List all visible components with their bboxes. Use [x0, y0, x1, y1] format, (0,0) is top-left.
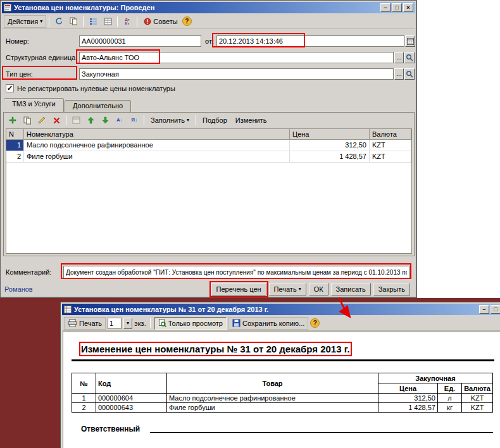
tips-button[interactable]: Советы — [140, 15, 181, 28]
price-cell: 312,50 — [378, 394, 438, 403]
price-type-choose-button[interactable]: ... — [394, 68, 404, 80]
ok-button[interactable]: ОК — [309, 283, 328, 296]
price-cell[interactable]: 1 428,57 — [290, 151, 370, 163]
copy-document-button[interactable] — [66, 15, 80, 28]
posting-dtkt-button[interactable]: Дт Кт — [120, 15, 134, 28]
screen: Установка цен номенклатуры: Проведен – □… — [0, 0, 500, 448]
maximize-icon[interactable]: □ — [392, 3, 402, 12]
pick-button[interactable]: Подбор — [199, 114, 231, 127]
calendar-icon — [407, 38, 414, 45]
copies-input[interactable] — [108, 318, 122, 329]
copy-icon — [70, 17, 78, 25]
spreadsheet-document: Изменение цен номенклатуры № 31 от 20 де… — [63, 332, 500, 448]
finish-edit-button[interactable] — [69, 114, 83, 127]
author-name: Романов — [4, 285, 33, 293]
save-copy-label: Сохранить копию... — [242, 320, 304, 327]
save-copy-button[interactable]: Сохранить копию... — [228, 317, 308, 330]
grid-toolbar: А↓ Я↓ Заполнить ▾ Подбор Изменить — [6, 113, 270, 127]
price-type-label: Тип цен: — [6, 70, 33, 78]
fill-menu-button[interactable]: Заполнить ▾ — [147, 114, 193, 127]
comment-input[interactable] — [63, 266, 409, 278]
price-change-table: № Код Товар Закупочная Цена Ед. Валюта 1… — [72, 373, 493, 413]
price-cell: 1 428,57 — [378, 403, 438, 413]
finish-edit-icon — [72, 116, 80, 124]
toolbar-separator — [196, 115, 196, 125]
print-window-title: Установка цен номенклатуры № 31 от 20 де… — [74, 306, 477, 313]
grid-row[interactable]: 2 Филе горбуши 1 428,57 KZT — [6, 151, 411, 163]
column-header-nomenclature[interactable]: Номенклатура — [24, 129, 290, 140]
print-menu-button[interactable]: Печать ▾ — [269, 283, 306, 296]
tab-additional[interactable]: Дополнительно — [65, 100, 131, 112]
dropdown-arrow-icon: ▾ — [299, 287, 301, 292]
title-underline — [72, 359, 494, 361]
price-cell[interactable]: 312,50 — [290, 140, 370, 151]
price-list-button[interactable]: Перечень цен — [211, 283, 266, 296]
actions-menu-button[interactable]: Действия ▾ — [4, 15, 46, 28]
code-cell: 000000643 — [96, 403, 167, 413]
sort-descending-button[interactable]: Я↓ — [127, 114, 141, 127]
calendar-button[interactable] — [405, 35, 415, 47]
print-button[interactable]: Печать — [64, 317, 106, 330]
skip-zero-prices-checkbox[interactable]: ✓ — [6, 84, 14, 92]
unit-choose-button[interactable]: ... — [394, 52, 404, 63]
maximize-icon[interactable]: □ — [491, 305, 500, 314]
number-input[interactable] — [79, 35, 201, 47]
print-document-title: Изменение цен номенклатуры № 31 от 20 де… — [81, 344, 350, 354]
responsible-signature-line — [150, 423, 493, 433]
help-icon[interactable]: ? — [310, 318, 320, 328]
items-grid: N Номенклатура Цена Валюта 1 Масло подсо… — [6, 128, 412, 254]
toolbar-separator — [137, 16, 137, 27]
change-label: Изменить — [235, 116, 267, 124]
column-header-n[interactable]: N — [6, 129, 24, 140]
print-titlebar[interactable]: Установка цен номенклатуры № 31 от 20 де… — [62, 304, 500, 315]
row-number-cell[interactable]: 1 — [6, 140, 24, 151]
main-window-title: Установка цен номенклатуры: Проведен — [14, 4, 378, 11]
unit-input[interactable] — [79, 52, 394, 63]
currency-cell[interactable]: KZT — [370, 140, 411, 151]
plus-icon — [9, 116, 16, 124]
diskette-icon — [232, 319, 241, 327]
currency-cell: KZT — [462, 394, 493, 403]
change-button[interactable]: Изменить — [232, 114, 271, 127]
main-titlebar[interactable]: Установка цен номенклатуры: Проведен – □… — [2, 2, 415, 13]
row-number-cell[interactable]: 2 — [6, 151, 24, 163]
move-up-button[interactable] — [84, 114, 97, 127]
structure-button[interactable] — [86, 15, 100, 28]
main-toolbar: Действия ▾ Дт Кт Советы ? — [2, 14, 415, 29]
view-only-toggle[interactable]: Только просмотр — [154, 317, 227, 330]
minimize-icon[interactable]: – — [380, 3, 391, 12]
delete-row-button[interactable] — [49, 114, 63, 127]
tab-goods-services[interactable]: ТМЗ и Услуги — [4, 98, 64, 112]
grid-row[interactable]: 1 Масло подсолнечное рафинированное 312,… — [6, 140, 411, 151]
responsible-label: Ответственный — [81, 425, 140, 433]
column-header-number: № — [72, 373, 96, 394]
column-header-price[interactable]: Цена — [290, 129, 370, 140]
view-only-label: Только просмотр — [168, 320, 223, 327]
sort-ascending-button[interactable]: А↓ — [113, 114, 127, 127]
close-icon[interactable]: × — [403, 3, 413, 12]
move-down-button[interactable] — [98, 114, 112, 127]
close-button[interactable]: Закрыть — [373, 283, 410, 296]
column-header-currency[interactable]: Валюта — [370, 129, 411, 140]
reread-button[interactable] — [52, 15, 66, 28]
column-header-item: Товар — [167, 373, 378, 394]
save-button[interactable]: Записать — [331, 283, 371, 296]
date-input[interactable] — [216, 35, 404, 47]
nomenclature-cell[interactable]: Филе горбуши — [24, 151, 290, 163]
price-type-open-button[interactable] — [404, 68, 415, 80]
column-group-price-type: Закупочная — [378, 373, 493, 383]
edit-row-button[interactable] — [35, 114, 49, 127]
unit-cell: кг — [438, 403, 462, 413]
nomenclature-cell[interactable]: Масло подсолнечное рафинированное — [24, 140, 290, 151]
arrow-down-icon — [102, 116, 109, 124]
price-type-input[interactable] — [79, 68, 394, 80]
add-row-button[interactable] — [6, 114, 20, 127]
minimize-icon[interactable]: – — [479, 305, 489, 314]
copies-dropdown-icon[interactable]: ▾ — [123, 318, 132, 329]
copy-row-button[interactable] — [20, 114, 34, 127]
unit-open-button[interactable] — [404, 52, 415, 63]
date-label: от: — [205, 37, 214, 45]
currency-cell[interactable]: KZT — [370, 151, 411, 163]
help-icon[interactable]: ? — [182, 16, 192, 26]
list-settings-button[interactable] — [101, 15, 115, 28]
